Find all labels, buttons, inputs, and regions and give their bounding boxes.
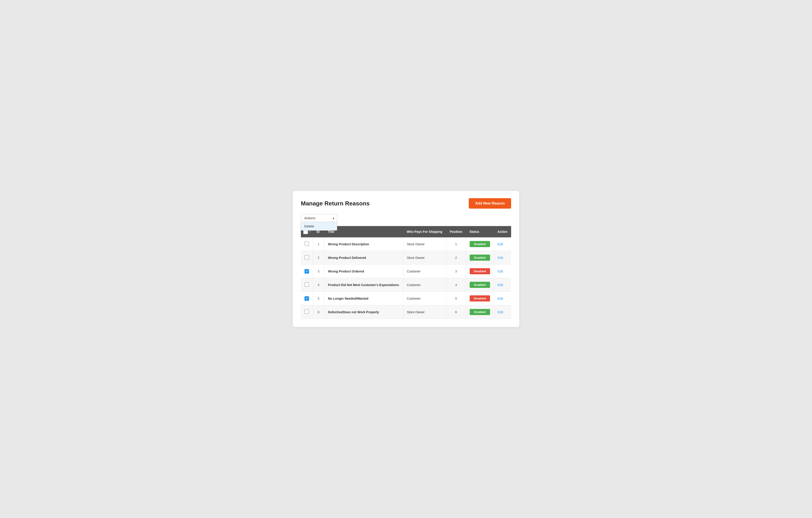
checkbox-row-2[interactable] <box>304 255 309 260</box>
td-who-pays-2: Store Owner <box>403 251 446 265</box>
actions-delete-item[interactable]: Delete <box>301 222 337 230</box>
td-who-pays-1: Store Owner <box>403 237 446 251</box>
checkbox-row-5[interactable] <box>304 296 309 301</box>
td-title-3: Wrong Product Ordered <box>324 265 403 278</box>
td-checkbox-6 <box>301 305 313 319</box>
td-id-2: 2 <box>313 251 324 265</box>
checkbox-row-1[interactable] <box>304 241 309 246</box>
actions-area: Actions Delete ▲ Delete <box>301 214 337 222</box>
table-row: 2Wrong Product DeliveredStore Owner2Enab… <box>301 251 511 265</box>
edit-link-4[interactable]: Edit <box>498 283 503 287</box>
actions-select-wrapper: Actions Delete ▲ <box>301 214 337 222</box>
td-position-2: 2 <box>446 251 466 265</box>
table-row: 1Wrong Product DescriptionStore Owner1En… <box>301 237 511 251</box>
td-title-6: Defective/Does not Work Properly <box>324 305 403 319</box>
table-row: 5No Longer Needed/WantedCustomer5Disable… <box>301 292 511 305</box>
edit-link-6[interactable]: Edit <box>498 310 503 314</box>
td-status-5: Disabled <box>466 292 494 305</box>
table-row: 3Wrong Product OrderedCustomer3DisabledE… <box>301 265 511 278</box>
edit-link-3[interactable]: Edit <box>498 270 503 273</box>
td-id-4: 4 <box>313 278 324 292</box>
status-badge-4: Enabled <box>470 282 490 288</box>
table-row: 6Defective/Does not Work ProperlyStore O… <box>301 305 511 319</box>
checkbox-row-3[interactable] <box>304 269 309 274</box>
td-status-6: Enabled <box>466 305 494 319</box>
td-status-4: Enabled <box>466 278 494 292</box>
td-action-1: Edit <box>494 237 511 251</box>
td-action-3: Edit <box>494 265 511 278</box>
td-action-5: Edit <box>494 292 511 305</box>
status-badge-1: Enabled <box>470 241 490 247</box>
td-position-4: 4 <box>446 278 466 292</box>
td-action-6: Edit <box>494 305 511 319</box>
th-who-pays: Who Pays For Shipping <box>403 226 446 237</box>
td-id-1: 1 <box>313 237 324 251</box>
checkbox-row-4[interactable] <box>304 282 309 287</box>
return-reasons-table: ▾ ID Title Who Pays For Shipping Positio… <box>301 226 511 319</box>
td-checkbox-2 <box>301 251 313 265</box>
td-who-pays-5: Customer <box>403 292 446 305</box>
td-id-6: 6 <box>313 305 324 319</box>
status-badge-3: Disabled <box>470 268 490 274</box>
td-status-2: Enabled <box>466 251 494 265</box>
td-title-1: Wrong Product Description <box>324 237 403 251</box>
td-title-5: No Longer Needed/Wanted <box>324 292 403 305</box>
card-header: Manage Return Reasons Add New Reason <box>301 198 511 209</box>
edit-link-1[interactable]: Edit <box>498 242 503 246</box>
td-id-5: 5 <box>313 292 324 305</box>
th-action: Action <box>494 226 511 237</box>
th-position: Position <box>446 226 466 237</box>
td-position-5: 5 <box>446 292 466 305</box>
main-card: Manage Return Reasons Add New Reason Act… <box>293 191 519 327</box>
actions-select[interactable]: Actions Delete <box>301 214 337 222</box>
status-badge-2: Enabled <box>470 254 490 261</box>
table-row: 4Product Did Not Meet Customer's Expecta… <box>301 278 511 292</box>
status-badge-6: Enabled <box>470 309 490 315</box>
checkbox-row-6[interactable] <box>304 309 309 314</box>
table-body: 1Wrong Product DescriptionStore Owner1En… <box>301 237 511 319</box>
td-position-6: 6 <box>446 305 466 319</box>
td-status-1: Enabled <box>466 237 494 251</box>
td-title-4: Product Did Not Meet Customer's Expectat… <box>324 278 403 292</box>
td-checkbox-3 <box>301 265 313 278</box>
actions-dropdown-menu: Delete <box>301 222 337 231</box>
edit-link-5[interactable]: Edit <box>498 297 503 300</box>
td-action-4: Edit <box>494 278 511 292</box>
td-position-1: 1 <box>446 237 466 251</box>
td-status-3: Disabled <box>466 265 494 278</box>
td-who-pays-6: Store Owner <box>403 305 446 319</box>
td-who-pays-4: Customer <box>403 278 446 292</box>
th-status: Status <box>466 226 494 237</box>
edit-link-2[interactable]: Edit <box>498 256 503 260</box>
page-title: Manage Return Reasons <box>301 200 370 207</box>
td-action-2: Edit <box>494 251 511 265</box>
td-id-3: 3 <box>313 265 324 278</box>
td-title-2: Wrong Product Delivered <box>324 251 403 265</box>
status-badge-5: Disabled <box>470 295 490 302</box>
td-checkbox-4 <box>301 278 313 292</box>
add-new-reason-button[interactable]: Add New Reason <box>469 198 511 209</box>
td-position-3: 3 <box>446 265 466 278</box>
td-checkbox-1 <box>301 237 313 251</box>
td-checkbox-5 <box>301 292 313 305</box>
th-dropdown-icon[interactable]: ▾ <box>310 231 311 233</box>
td-who-pays-3: Customer <box>403 265 446 278</box>
